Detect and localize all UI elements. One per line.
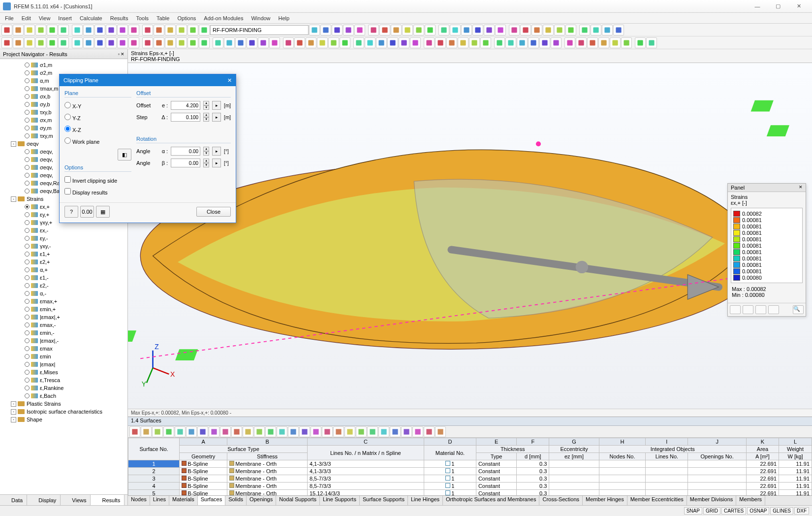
toolbar-button[interactable]	[509, 25, 520, 35]
bottom-tab-cross-sections[interactable]: Cross-Sections	[539, 496, 583, 505]
toolbar-button[interactable]	[106, 37, 117, 48]
toolbar-button[interactable]	[564, 37, 575, 48]
table-toolbar-button[interactable]	[186, 426, 197, 437]
angle-a-spinner[interactable]: ▲▼	[203, 147, 209, 156]
table-toolbar-button[interactable]	[277, 426, 287, 437]
toolbar-button[interactable]	[106, 25, 117, 35]
minimize-button[interactable]: —	[747, 0, 768, 12]
menu-help[interactable]: Help	[275, 14, 294, 22]
toolbar-button[interactable]	[484, 25, 495, 35]
toolbar-button[interactable]	[247, 37, 257, 48]
toolbar-button[interactable]	[94, 37, 105, 48]
toolbar-button[interactable]	[353, 37, 364, 48]
tree-item[interactable]: εmax,+	[0, 297, 127, 305]
table-toolbar-button[interactable]	[435, 426, 446, 437]
toolbar-button[interactable]	[494, 37, 505, 48]
nav-tab-results[interactable]: Results	[91, 495, 125, 505]
tree-item[interactable]: ε,Rankine	[0, 384, 127, 392]
bottom-tab-solids[interactable]: Solids	[225, 496, 247, 505]
navigator-pin-icon[interactable]: ▫	[118, 52, 120, 57]
toolbar-button[interactable]	[283, 37, 294, 48]
table-toolbar-button[interactable]	[390, 426, 401, 437]
dialog-close-icon[interactable]: ✕	[227, 77, 232, 84]
table-toolbar-button[interactable]	[344, 426, 355, 437]
tree-item[interactable]: εmax	[0, 345, 127, 353]
toolbar-button[interactable]	[187, 25, 198, 35]
toolbar-button[interactable]	[621, 37, 632, 48]
dialog-title-bar[interactable]: Clipping Plane ✕	[60, 74, 236, 86]
tree-item[interactable]: |εmax|	[0, 360, 127, 368]
toolbar-button[interactable]	[1, 25, 12, 35]
toolbar-button[interactable]	[176, 37, 187, 48]
status-glines[interactable]: GLINES	[770, 507, 793, 515]
toolbar-button[interactable]	[469, 37, 480, 48]
toolbar-button[interactable]	[543, 25, 554, 35]
toolbar-button[interactable]	[391, 25, 402, 35]
maximize-button[interactable]: ▢	[768, 0, 788, 12]
table-row[interactable]: 3B-SplineMembrane - Orth8,5-7/3/31Consta…	[128, 475, 812, 483]
table-toolbar-button[interactable]	[197, 426, 208, 437]
toolbar-button[interactable]	[128, 25, 139, 35]
angle-b-input[interactable]	[171, 159, 200, 167]
table-row[interactable]: 4B-SplineMembrane - Orth8,5-7/3/31Consta…	[128, 483, 812, 490]
table-toolbar-button[interactable]	[322, 426, 333, 437]
toolbar-button[interactable]	[1, 37, 12, 48]
nav-tab-views[interactable]: Views	[61, 495, 91, 505]
toolbar-button[interactable]	[235, 37, 246, 48]
toolbar-button[interactable]	[343, 25, 354, 35]
toolbar-button[interactable]	[165, 25, 176, 35]
toolbar-button[interactable]	[461, 25, 472, 35]
table-toolbar-button[interactable]	[424, 426, 435, 437]
table-toolbar-button[interactable]	[209, 426, 219, 437]
step-spinner[interactable]: ▲▼	[203, 113, 209, 122]
table-toolbar-button[interactable]	[288, 426, 299, 437]
toolbar-button[interactable]	[13, 37, 24, 48]
plane-option[interactable]: Work plane	[64, 137, 99, 145]
close-button[interactable]: ✕	[788, 0, 809, 12]
toolbar-button[interactable]	[379, 25, 390, 35]
tree-item[interactable]: εmax,-	[0, 321, 127, 329]
status-snap[interactable]: SNAP	[684, 507, 702, 515]
tree-item[interactable]: |εmax|,-	[0, 337, 127, 345]
tree-item[interactable]: ε1,-	[0, 274, 127, 282]
toolbar-button[interactable]	[528, 37, 539, 48]
toolbar-button[interactable]	[402, 25, 413, 35]
table-toolbar-button[interactable]	[152, 426, 163, 437]
toolbar-button[interactable]	[598, 37, 609, 48]
navigator-close-icon[interactable]: ✕	[121, 52, 125, 57]
tree-item[interactable]: εy,-	[0, 234, 127, 242]
tree-item[interactable]: -Shape	[0, 416, 127, 423]
table-toolbar-button[interactable]	[378, 426, 389, 437]
toolbar-button[interactable]	[154, 25, 164, 35]
toolbar-button[interactable]	[58, 25, 69, 35]
toolbar-button[interactable]	[438, 25, 449, 35]
panel-btn-4[interactable]	[768, 305, 779, 314]
bottom-tab-nodal-supports[interactable]: Nodal Supports	[276, 496, 320, 505]
table-toolbar-button[interactable]	[129, 426, 140, 437]
toolbar-button[interactable]	[306, 37, 316, 48]
step-input[interactable]	[171, 113, 200, 122]
menu-file[interactable]: File	[1, 14, 18, 22]
bottom-tab-member-hinges[interactable]: Member Hinges	[583, 496, 627, 505]
toolbar-button[interactable]	[517, 37, 528, 48]
toolbar-button[interactable]	[128, 37, 139, 48]
bottom-tab-orthotropic-surfaces-and-membranes[interactable]: Orthotropic Surfaces and Membranes	[443, 496, 539, 505]
toolbar-button[interactable]	[269, 37, 280, 48]
menu-table[interactable]: Table	[153, 14, 173, 22]
table-toolbar-button[interactable]	[231, 426, 242, 437]
bottom-tab-member-eccentricities[interactable]: Member Eccentricities	[627, 496, 687, 505]
tree-item[interactable]: ε,Bach	[0, 392, 127, 400]
toolbar-button[interactable]	[35, 25, 46, 35]
toolbar-button[interactable]	[187, 37, 198, 48]
toolbar-button[interactable]	[24, 37, 35, 48]
toolbar-button[interactable]	[309, 25, 320, 35]
menu-tools[interactable]: Tools	[132, 14, 153, 22]
toolbar-button[interactable]	[317, 37, 328, 48]
toolbar-button[interactable]	[458, 37, 468, 48]
table-toolbar-button[interactable]	[243, 426, 253, 437]
toolbar-button[interactable]	[495, 25, 506, 35]
toolbar-button[interactable]	[294, 37, 305, 48]
toolbar-button[interactable]	[58, 37, 69, 48]
dialog-close-button[interactable]: Close	[196, 207, 231, 217]
tree-item[interactable]: εmin	[0, 353, 127, 360]
